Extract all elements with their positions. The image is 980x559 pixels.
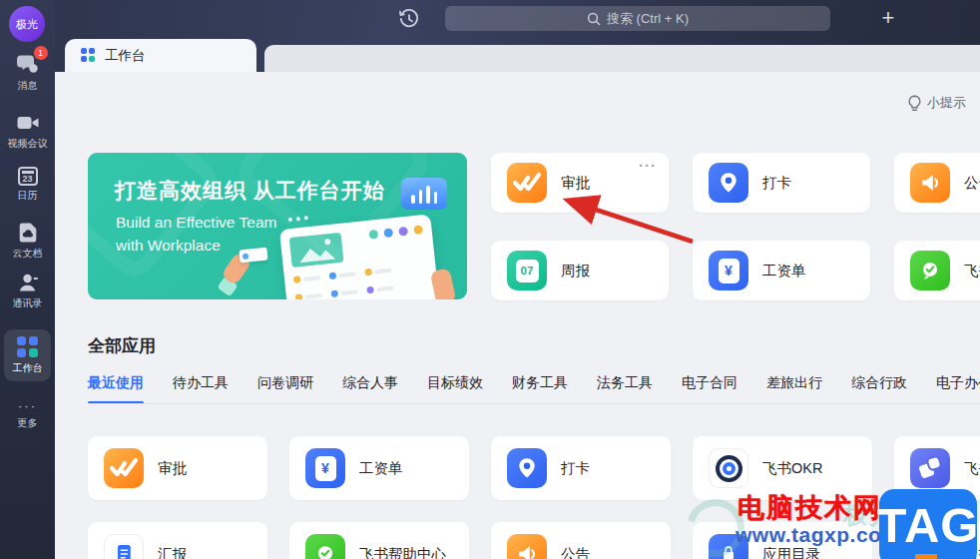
lightbulb-icon <box>907 95 922 112</box>
app-card-announcement[interactable]: 公告 <box>491 522 671 559</box>
calendar-icon: 23 <box>18 167 38 186</box>
workplace-main: 小提示 打造高效组织 从工作台开始 Build an Effective Tea… <box>55 72 980 559</box>
quick-app-weekly-report[interactable]: 07 周报 <box>491 241 669 300</box>
workplace-window: 搜索 (Ctrl + K) + 工作台 极光 1 消息 <box>0 0 980 559</box>
daily-report-icon: 01 <box>910 534 950 559</box>
search-icon <box>587 12 601 26</box>
report-doc-icon <box>104 534 144 559</box>
category-tab-office[interactable]: 电子办公 <box>936 374 980 404</box>
app-card-checkin[interactable]: 打卡 <box>491 436 671 500</box>
sidebar: 极光 1 消息 视频会议 23 <box>0 0 55 559</box>
sidebar-item-messages[interactable]: 1 消息 <box>0 52 55 93</box>
workplace-tab-icon <box>81 48 96 63</box>
feishu-logo-icon <box>910 448 950 488</box>
weekly-report-icon: 07 <box>507 251 547 290</box>
category-tab-admin[interactable]: 综合行政 <box>851 374 907 404</box>
app-card-daily-report[interactable]: 01 日报 <box>894 522 980 559</box>
app-card-payroll[interactable]: ¥ 工资单 <box>289 436 469 500</box>
app-card-app-directory[interactable]: 应用目录 <box>693 522 872 559</box>
search-input[interactable]: 搜索 (Ctrl + K) <box>445 6 830 31</box>
category-tab-travel[interactable]: 差旅出行 <box>766 374 822 404</box>
app-card-feishu-okr[interactable]: 飞书OKR <box>693 436 872 500</box>
app-card-help-center[interactable]: 飞书帮助中心 <box>289 522 469 559</box>
category-tabs: 最近使用 待办工具 问卷调研 综合人事 目标绩效 财务工具 法务工具 电子合同 … <box>88 374 980 404</box>
banner-illustration <box>238 190 467 299</box>
category-tab-recent[interactable]: 最近使用 <box>88 374 144 404</box>
tab-workplace[interactable]: 工作台 <box>65 39 256 72</box>
chat-icon: 1 <box>16 52 40 76</box>
quick-app-checkin[interactable]: 打卡 <box>693 153 870 213</box>
payroll-icon: ¥ <box>709 251 748 290</box>
chart-card-graphic <box>401 178 447 210</box>
feishu-cert-icon <box>910 251 950 290</box>
quick-app-approval[interactable]: 审批 ··· <box>491 153 669 213</box>
app-card-feishu[interactable]: 飞书 <box>894 436 980 500</box>
unread-badge: 1 <box>34 46 48 60</box>
person-icon <box>17 272 39 293</box>
quick-app-announcement[interactable]: 公告 <box>894 153 980 213</box>
announcement-icon <box>910 163 950 203</box>
category-tab-contract[interactable]: 电子合同 <box>682 374 737 404</box>
category-tab-okr[interactable]: 目标绩效 <box>427 374 483 404</box>
tab-label: 工作台 <box>105 47 146 65</box>
announcement-icon <box>507 534 547 559</box>
help-center-icon <box>305 534 345 559</box>
checkin-icon <box>507 448 547 488</box>
divider <box>88 403 980 404</box>
card-more-icon[interactable]: ··· <box>639 157 657 174</box>
history-icon[interactable] <box>397 7 421 31</box>
sidebar-item-video-meeting[interactable]: 视频会议 <box>0 112 55 151</box>
okr-icon <box>709 448 748 488</box>
dashboard-graphic <box>279 214 439 299</box>
approval-icon <box>104 448 144 488</box>
category-tab-todo[interactable]: 待办工具 <box>173 374 229 404</box>
sidebar-item-more[interactable]: ··· 更多 <box>0 399 55 430</box>
sidebar-item-workplace[interactable]: 工作台 <box>4 329 51 381</box>
app-directory-icon <box>709 534 748 559</box>
category-tab-finance[interactable]: 财务工具 <box>512 374 568 404</box>
tips-button[interactable]: 小提示 <box>907 94 966 112</box>
category-tab-hr[interactable]: 综合人事 <box>342 374 398 404</box>
quick-app-payroll[interactable]: ¥ 工资单 <box>693 241 870 300</box>
add-tab-button[interactable]: + <box>874 2 902 34</box>
tab-strip <box>264 45 980 72</box>
app-card-approval[interactable]: 审批 <box>88 436 267 500</box>
sidebar-item-calendar[interactable]: 23 日历 <box>0 167 55 203</box>
approval-icon <box>507 163 547 203</box>
more-dots-icon: ··· <box>18 399 37 413</box>
search-placeholder: 搜索 (Ctrl + K) <box>607 10 689 28</box>
checkin-icon <box>709 163 748 203</box>
cloud-doc-icon <box>17 222 39 244</box>
video-camera-icon <box>16 112 40 134</box>
category-tab-survey[interactable]: 问卷调研 <box>257 374 313 404</box>
sidebar-item-cloud-docs[interactable]: 云文档 <box>0 222 55 261</box>
tips-label: 小提示 <box>927 94 966 112</box>
banner-subtitle-2: with Workplace <box>116 237 221 255</box>
payroll-icon: ¥ <box>305 448 345 488</box>
app-card-report[interactable]: 汇报 <box>88 522 267 559</box>
section-title-all-apps: 全部应用 <box>88 334 156 357</box>
category-tab-legal[interactable]: 法务工具 <box>597 374 653 404</box>
sidebar-item-contacts[interactable]: 通讯录 <box>0 272 55 310</box>
workplace-icon <box>17 336 39 358</box>
promo-banner[interactable]: 打造高效组织 从工作台开始 Build an Effective Team wi… <box>88 153 467 299</box>
quick-app-feishu[interactable]: 飞书 <box>894 241 980 300</box>
avatar[interactable]: 极光 <box>9 6 45 42</box>
